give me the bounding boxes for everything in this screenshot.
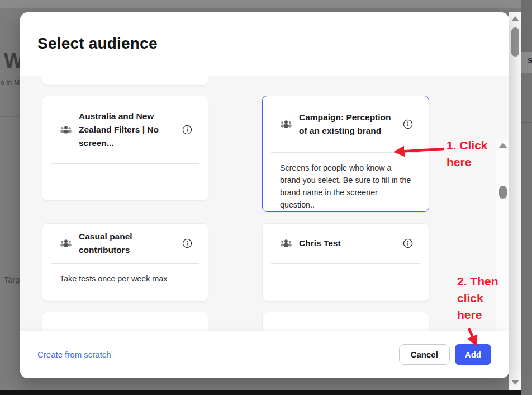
backdrop-top-band (0, 0, 521, 8)
modal-header: Select audience (20, 12, 509, 76)
backdrop-right-strip: s (521, 0, 532, 395)
audience-card-title: Chris Test (299, 237, 396, 250)
group-icon (280, 239, 292, 248)
group-icon (280, 120, 292, 129)
group-icon (60, 239, 72, 248)
audience-card-title: Campaign: Perception of an existing bran… (299, 111, 396, 138)
audience-card-campaign[interactable]: Campaign: Perception of an existing bran… (262, 96, 429, 212)
audience-card-casual-panel[interactable]: Casual panel contributors Take tests onc… (42, 223, 208, 302)
backdrop-right-band: s (521, 52, 532, 73)
annotation-step-1: 1. Click here (446, 137, 488, 171)
cancel-button[interactable]: Cancel (399, 344, 450, 365)
backdrop-divider (521, 122, 532, 123)
add-button[interactable]: Add (455, 344, 491, 365)
backdrop-bottom-bar (0, 390, 521, 395)
audience-card-description (42, 164, 208, 173)
modal-scrollbar-thumb[interactable] (499, 186, 507, 199)
info-icon[interactable] (182, 125, 192, 135)
backdrop-page-right-fragment: s (528, 55, 532, 66)
info-icon[interactable] (403, 238, 413, 248)
scroll-up-icon[interactable] (511, 16, 519, 21)
backdrop-divider (0, 116, 20, 117)
scroll-down-icon[interactable] (511, 380, 519, 385)
audience-card-australia[interactable]: Australia and New Zealand Filters | No s… (42, 96, 208, 201)
backdrop-page-left-fragment: Targ (4, 275, 20, 284)
audience-card-description: Take tests once per week max (42, 264, 208, 285)
audience-card-chris-test[interactable]: Chris Test (262, 223, 429, 302)
backdrop-right-top (521, 0, 532, 52)
audience-card-partial-top[interactable] (42, 76, 208, 86)
backdrop-divider (0, 349, 20, 349)
backdrop-page-subtext-fragment: o in M (1, 79, 20, 87)
modal-title: Select audience (37, 35, 158, 53)
modal-body: Australia and New Zealand Filters | No s… (20, 76, 509, 331)
audience-card-partial-bottom-left[interactable] (42, 312, 208, 331)
create-from-scratch-link[interactable]: Create from scratch (37, 350, 111, 359)
page-scrollbar-thumb[interactable] (511, 27, 519, 57)
modal-footer: Create from scratch Cancel Add (20, 331, 509, 378)
select-audience-modal: Select audience Australia and New Zealan… (20, 12, 509, 378)
audience-card-description: Screens for people who know a brand you … (263, 153, 429, 211)
group-icon (60, 125, 72, 134)
audience-card-description (263, 264, 429, 272)
screenshot-root: W o in M Targ s Select audience (0, 0, 532, 395)
page-scrollbar[interactable] (509, 12, 521, 390)
audience-card-title: Casual panel contributors (79, 230, 175, 257)
info-icon[interactable] (403, 119, 413, 129)
info-icon[interactable] (182, 238, 192, 248)
annotation-step-2: 2. Then click here (457, 273, 498, 323)
scroll-up-icon[interactable] (499, 143, 507, 148)
audience-card-partial-bottom-right[interactable] (262, 312, 429, 331)
audience-card-title: Australia and New Zealand Filters | No s… (79, 110, 175, 150)
